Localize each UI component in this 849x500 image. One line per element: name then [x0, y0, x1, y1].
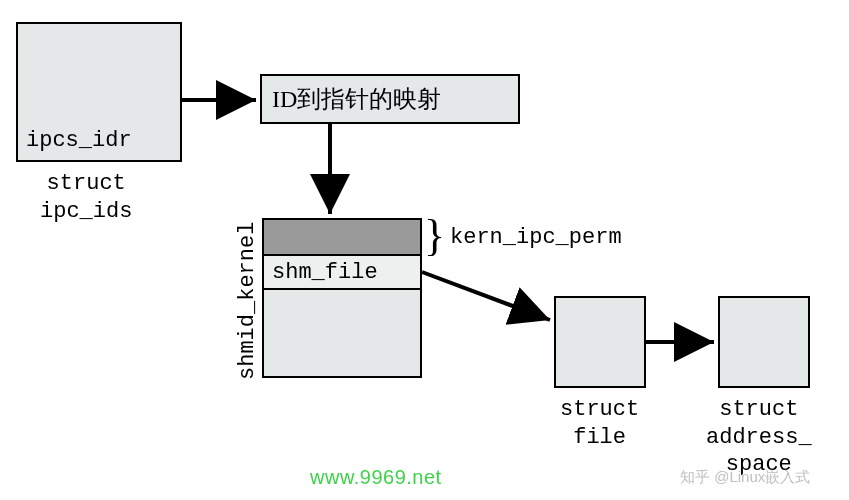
field-ipcs-idr: ipcs_idr — [26, 127, 132, 155]
box-ipcs-idr: ipcs_idr — [16, 22, 182, 162]
box-struct-file — [554, 296, 646, 388]
label-shmid-kernel: shmid_kernel — [235, 222, 260, 380]
caption-struct-address-space: struct address_ space — [706, 396, 812, 479]
segment-kern-ipc-perm — [264, 220, 420, 256]
box-id-mapping: ID到指针的映射 — [260, 74, 520, 124]
caption-ipc-ids: struct ipc_ids — [40, 170, 132, 225]
text-id-mapping: ID到指针的映射 — [272, 83, 441, 115]
segment-shm-file: shm_file — [264, 256, 420, 290]
brace-icon: } — [424, 214, 445, 258]
watermark-gray: 知乎 @Linux嵌入式 — [680, 468, 810, 487]
box-struct-address-space — [718, 296, 810, 388]
label-kern-ipc-perm: kern_ipc_perm — [450, 224, 622, 252]
watermark-green: www.9969.net — [310, 466, 442, 489]
field-shm-file: shm_file — [272, 260, 378, 285]
caption-struct-file: struct file — [560, 396, 639, 451]
box-shmid-kernel: shm_file — [262, 218, 422, 378]
